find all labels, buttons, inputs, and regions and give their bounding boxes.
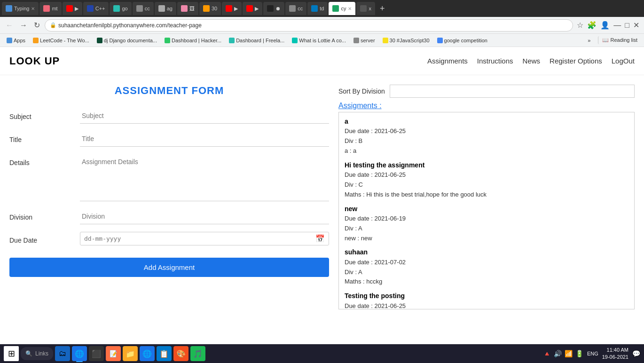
tab-mt[interactable]: mt	[39, 2, 61, 15]
django-icon	[97, 38, 102, 43]
nav-logout[interactable]: LogOut	[612, 57, 635, 65]
assignment-due-date: Due date : 2021-06-25	[345, 126, 628, 136]
bookmarks-bar: Apps LeetCode - The Wo... dj Django docu…	[0, 34, 644, 47]
page-content: LOOK UP Assignments Instructions News Re…	[0, 47, 644, 344]
minimize-button[interactable]: ―	[613, 20, 622, 31]
title-row: Title	[9, 131, 329, 147]
assignment-subject: new : new	[345, 234, 628, 244]
list-item: suhaan Due date : 2021-07-02 Div : A Mat…	[345, 247, 628, 287]
bookmark-leetcode[interactable]: LeetCode - The Wo...	[30, 37, 92, 44]
division-row: Division	[9, 209, 329, 224]
tab-icon-cy	[332, 5, 339, 12]
assignment-div: Div : B	[345, 136, 628, 146]
bookmark-hackerrank[interactable]: Dashboard | Hacker...	[162, 37, 224, 44]
assignment-subject: Maths : hcckg	[345, 277, 628, 287]
tab-obs[interactable]: ⏺	[263, 2, 284, 15]
nav-assignments[interactable]: Assignments	[427, 57, 468, 65]
tab-cc1[interactable]: cc	[133, 2, 154, 15]
details-label: Details	[9, 154, 80, 166]
tab-icon-yt2	[226, 5, 232, 12]
sort-input[interactable]	[390, 85, 635, 98]
assignment-form-section: ASSIGNMENT FORM Subject Title Details Di…	[9, 85, 329, 309]
assignment-due-date: Due date : 2021-07-02	[345, 258, 628, 268]
tab-cy[interactable]: cy ✕	[329, 2, 355, 15]
main-area: ASSIGNMENT FORM Subject Title Details Di…	[0, 75, 644, 319]
form-title: ASSIGNMENT FORM	[9, 85, 329, 97]
tab-yt3[interactable]: ▶	[243, 2, 262, 15]
tab-trello[interactable]: td	[307, 2, 328, 15]
extensions-icon[interactable]: 🧩	[586, 20, 597, 31]
subject-label: Subject	[9, 108, 80, 120]
bookmark-freelancer[interactable]: Dashboard | Freela...	[226, 37, 287, 44]
due-date-row: Due Date 📅	[9, 232, 329, 245]
due-date-input[interactable]	[84, 235, 315, 242]
tab-icon-yt3	[246, 5, 253, 12]
refresh-button[interactable]: ↻	[32, 20, 42, 31]
due-date-label: Due Date	[9, 232, 80, 244]
list-item: Testing the posting Due date : 2021-06-2…	[345, 291, 628, 309]
bookmarks-more-button[interactable]: »	[586, 37, 592, 44]
assignment-title: Hi testing the assignment	[345, 160, 628, 170]
bookmark-apps[interactable]: Apps	[4, 37, 28, 44]
assignments-panel-title: Assigments :	[338, 102, 635, 110]
subject-row: Subject	[9, 108, 329, 124]
title-label: Title	[9, 131, 80, 143]
tab-icon-typing	[6, 5, 12, 12]
list-item: a Due date : 2021-06-25 Div : B a : a	[345, 116, 628, 156]
tab-icon-yt	[66, 5, 73, 12]
address-bar[interactable]: 🔒 suhaanchetanfenilpbl.pythonanywhere.co…	[45, 19, 573, 32]
tab-yt[interactable]: ▶	[63, 2, 82, 15]
tab-yt2[interactable]: ▶	[222, 2, 242, 15]
sort-row: Sort By Division	[338, 85, 635, 98]
tab-icon-30	[203, 5, 210, 12]
tab-icon-obs	[267, 5, 274, 12]
details-textarea[interactable]	[80, 154, 329, 201]
assignment-title: new	[345, 204, 628, 214]
due-date-wrapper: 📅	[80, 232, 329, 245]
back-button[interactable]: ←	[4, 20, 15, 31]
tab-img[interactable]: 🖼	[177, 2, 198, 15]
bookmark-star-icon[interactable]: ☆	[576, 20, 584, 31]
subject-input[interactable]	[80, 108, 329, 124]
details-row: Details	[9, 154, 329, 201]
tab-icon-go	[113, 5, 120, 12]
tab-typing[interactable]: Typing ✕	[2, 2, 39, 15]
reading-list-bookmark[interactable]: 📖 Reading list	[598, 36, 640, 44]
tab-cpp[interactable]: C++	[83, 2, 109, 15]
tab-icon-img	[181, 5, 188, 12]
tab-cc2[interactable]: cc	[285, 2, 306, 15]
tab-icon-x	[360, 5, 367, 12]
tab-ag[interactable]: ag	[155, 2, 176, 15]
assignment-div: Div : A	[345, 268, 628, 277]
assignment-due-date: Due date : 2021-06-19	[345, 214, 628, 224]
tab-icon-trello	[311, 5, 318, 12]
nav-register-options[interactable]: Register Options	[550, 57, 602, 65]
lock-icon: 🔒	[50, 22, 56, 28]
bookmark-lottie[interactable]: What is Lottie A co...	[289, 37, 349, 44]
forward-button[interactable]: →	[18, 20, 29, 31]
close-button[interactable]: ✕	[632, 20, 640, 31]
assignments-list[interactable]: a Due date : 2021-06-25 Div : B a : a Hi…	[338, 112, 635, 309]
division-input[interactable]	[80, 209, 329, 224]
tab-icon-cpp	[87, 5, 94, 12]
title-input[interactable]	[80, 131, 329, 147]
freelancer-icon	[229, 38, 235, 43]
assignment-title: Testing the posting	[345, 291, 628, 301]
add-assignment-button[interactable]: Add Assignment	[9, 258, 329, 277]
browser-chrome: Typing ✕ mt ▶ C++ go cc ag 🖼	[0, 0, 644, 47]
tab-go[interactable]: go	[110, 2, 131, 15]
new-tab-button[interactable]: +	[378, 4, 387, 14]
maximize-button[interactable]: □	[624, 20, 630, 31]
nav-news[interactable]: News	[523, 57, 541, 65]
tab-icon-cc1	[136, 5, 143, 12]
nav-instructions[interactable]: Instructions	[477, 57, 513, 65]
bookmark-server[interactable]: server	[351, 37, 378, 44]
tab-30[interactable]: 30	[199, 2, 221, 15]
profile-icon[interactable]: 👤	[599, 20, 611, 31]
tab-x[interactable]: x	[356, 2, 375, 15]
bookmark-google-comp[interactable]: google competition	[434, 37, 490, 44]
bookmark-django[interactable]: dj Django documenta...	[94, 37, 160, 44]
assignment-subject: Maths : Hi this is the best trial,hope f…	[345, 190, 628, 200]
bookmark-js30[interactable]: 30 #JavaScript30	[380, 37, 432, 44]
assignment-due-date: Due date : 2021-06-25	[345, 170, 628, 180]
